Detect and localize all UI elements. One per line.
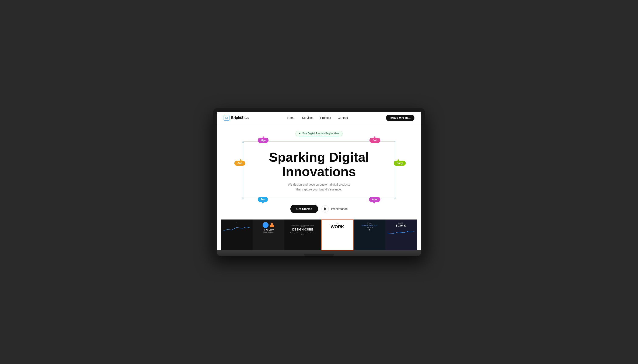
mini-chart-right — [388, 229, 414, 235]
corner-handle-tr — [395, 141, 396, 142]
user-tag-ana: Ana — [234, 160, 245, 166]
liquidity-card-content: Liquidity $ 246,82 — [385, 220, 417, 238]
user-tag-dany: Dany — [394, 160, 406, 166]
design-tags: FREE Remix · Web App Design · Digital De… — [289, 224, 316, 227]
analytics-card-content: 0 — [221, 220, 253, 234]
design-card-content: FREE Remix · Web App Design · Digital De… — [287, 222, 318, 238]
profile-shapes — [255, 222, 282, 228]
swap-card-content: Swap Ethereum · 0x0E...6475 Pro · Eth 0 — [354, 220, 385, 234]
corner-handle-bl — [242, 198, 243, 199]
user-tag-mya: Mya — [258, 138, 268, 143]
swap-title: Swap — [356, 222, 383, 224]
mini-chart-left — [224, 225, 250, 232]
badge-icon: ✦ — [299, 132, 301, 135]
hero-selection-box: Mya Sofi Ana Dany Teo Alex Sparking Digi… — [243, 141, 395, 198]
get-started-button[interactable]: Get Started — [290, 205, 318, 213]
portfolio-card-profile: Hi, I'm Larry! UI/UX Designer — [253, 220, 284, 250]
portfolio-card-liquidity: Liquidity $ 246,82 — [385, 220, 417, 250]
logo-icon-inner — [225, 117, 228, 119]
work-card-content: label WORK — [322, 220, 353, 232]
analytics-label: 0 — [224, 222, 250, 224]
play-button-circle — [322, 205, 329, 212]
nav-contact[interactable]: Contact — [338, 116, 348, 120]
presentation-button[interactable]: Presentation — [322, 205, 348, 212]
profile-title: UI/UX Designer — [255, 231, 282, 233]
portfolio-strip: 0 Hi, I'm — [221, 220, 417, 250]
design-title: DESIGN*CUBE — [289, 228, 316, 231]
navbar: BrightSites Home Services Projects Conta… — [217, 112, 421, 124]
remix-button[interactable]: Remix for FREE — [386, 114, 414, 121]
design-description: At DesignCube, we specialize in web desi… — [289, 232, 316, 236]
portfolio-card-design: FREE Remix · Web App Design · Digital De… — [284, 220, 321, 250]
hero-title: Sparking Digital Innovations — [256, 150, 382, 179]
liquidity-title: Liquidity — [388, 222, 414, 224]
laptop-frame: BrightSites Home Services Projects Conta… — [213, 108, 425, 256]
logo-text: BrightSites — [231, 116, 249, 120]
user-tag-sofi: Sofi — [370, 138, 380, 143]
nav-links: Home Services Projects Contact — [287, 116, 348, 120]
portfolio-card-swap: Swap Ethereum · 0x0E...6475 Pro · Eth 0 — [354, 220, 385, 250]
badge-text: Your Digital Journey Begins Here — [302, 132, 339, 135]
work-title: WORK — [324, 224, 351, 229]
corner-handle-tl — [242, 141, 243, 142]
nav-projects[interactable]: Projects — [320, 116, 331, 120]
swap-labels: Pro · Eth — [356, 227, 383, 229]
nav-home[interactable]: Home — [287, 116, 295, 120]
corner-handle-br — [395, 198, 396, 199]
nav-services[interactable]: Services — [302, 116, 313, 120]
laptop-base — [217, 250, 421, 256]
work-label: label — [324, 222, 351, 224]
hero-badge: ✦ Your Digital Journey Begins Here — [295, 131, 343, 136]
profile-name: Hi, I'm Larry! — [255, 229, 282, 231]
hero-section: ✦ Your Digital Journey Begins Here Mya S… — [217, 124, 421, 250]
portfolio-card-analytics-left: 0 — [221, 220, 253, 250]
logo-icon — [224, 115, 229, 121]
swap-value: 0 — [356, 229, 383, 231]
presentation-label: Presentation — [331, 207, 348, 210]
user-tag-alex: Alex — [369, 197, 380, 202]
logo[interactable]: BrightSites — [224, 115, 249, 121]
shape-orange — [269, 222, 274, 227]
liquidity-value: $ 246,82 — [388, 224, 414, 227]
laptop-screen: BrightSites Home Services Projects Conta… — [217, 112, 421, 250]
play-icon — [324, 208, 327, 210]
hero-subtitle: We design and develop custom digital pro… — [256, 182, 382, 192]
portfolio-card-work: label WORK — [321, 220, 354, 250]
user-tag-teo: Teo — [258, 197, 268, 202]
hero-actions: Get Started Presentation — [221, 205, 417, 213]
shape-blue — [263, 222, 268, 228]
profile-card-content: Hi, I'm Larry! UI/UX Designer — [253, 220, 284, 236]
swap-asset: Ethereum · 0x0E...6475 — [356, 225, 383, 226]
